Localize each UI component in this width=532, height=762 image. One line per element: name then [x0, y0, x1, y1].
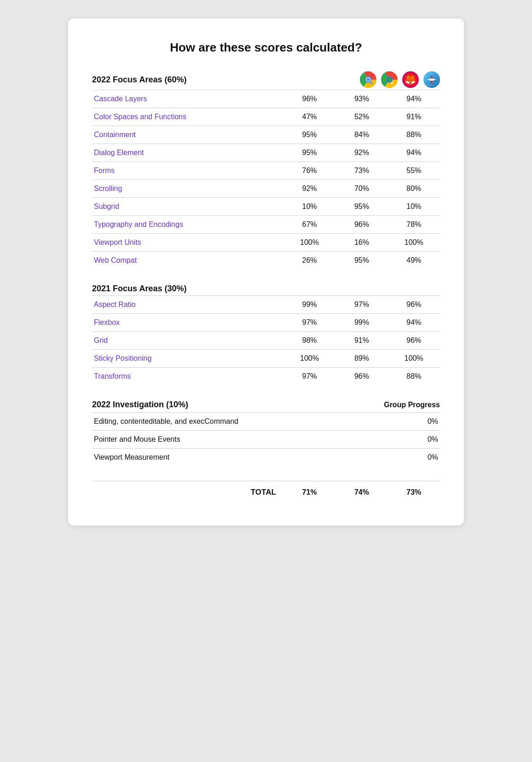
row-val-3: 94%: [388, 90, 440, 108]
row-val-1: 47%: [283, 108, 335, 126]
table-2022-investigation: Editing, contenteditable, and execComman…: [92, 412, 440, 466]
row-val-1: 97%: [283, 368, 335, 386]
row-val-2: 96%: [335, 216, 387, 234]
row-val: 0%: [335, 449, 440, 467]
row-val-3: 96%: [388, 332, 440, 350]
row-val: 0%: [335, 413, 440, 431]
table-row: Color Spaces and Functions 47% 52% 91%: [92, 108, 440, 126]
row-label[interactable]: Sticky Positioning: [92, 350, 283, 368]
chrome-dev-icon: D: [360, 71, 376, 88]
row-label[interactable]: Aspect Ratio: [92, 296, 283, 314]
table-row: Editing, contenteditable, and execComman…: [92, 413, 440, 431]
row-val-1: 100%: [283, 234, 335, 252]
row-val-3: 94%: [388, 314, 440, 332]
row-val-3: 91%: [388, 108, 440, 126]
svg-text:🦊: 🦊: [405, 74, 416, 85]
row-val-2: 91%: [335, 332, 387, 350]
row-label[interactable]: Typography and Encodings: [92, 216, 283, 234]
row-label[interactable]: Transforms: [92, 368, 283, 386]
table-row: Pointer and Mouse Events 0%: [92, 431, 440, 449]
svg-point-18: [431, 79, 433, 81]
row-val-2: 84%: [335, 126, 387, 144]
row-label[interactable]: Color Spaces and Functions: [92, 108, 283, 126]
row-val-1: 92%: [283, 180, 335, 198]
row-label[interactable]: Dialog Element: [92, 144, 283, 162]
row-val-1: 100%: [283, 350, 335, 368]
total-row: TOTAL 71% 74% 73%: [92, 481, 440, 504]
row-val: 0%: [335, 431, 440, 449]
row-val-2: 95%: [335, 252, 387, 270]
row-val-3: 88%: [388, 126, 440, 144]
section-2022-investigation: 2022 Investigation (10%) Group Progress …: [92, 400, 440, 466]
row-val-2: 95%: [335, 198, 387, 216]
row-val-1: 98%: [283, 332, 335, 350]
svg-point-3: [367, 78, 370, 81]
table-row: Sticky Positioning 100% 89% 100%: [92, 350, 440, 368]
row-label[interactable]: Forms: [92, 162, 283, 180]
section-2022-focus: 2022 Focus Areas (60%) D: [92, 71, 440, 269]
table-row: Viewport Measurement 0%: [92, 449, 440, 467]
section-2021-focus: 2021 Focus Areas (30%) Aspect Ratio 99% …: [92, 284, 440, 385]
table-row: Aspect Ratio 99% 97% 96%: [92, 296, 440, 314]
row-val-1: 67%: [283, 216, 335, 234]
table-row: Viewport Units 100% 16% 100%: [92, 234, 440, 252]
row-val-2: 70%: [335, 180, 387, 198]
row-val-2: 99%: [335, 314, 387, 332]
table-row: Typography and Encodings 67% 96% 78%: [92, 216, 440, 234]
total-label: TOTAL: [92, 481, 283, 504]
row-val-2: 97%: [335, 296, 387, 314]
row-val-1: 26%: [283, 252, 335, 270]
table-row: Dialog Element 95% 92% 94%: [92, 144, 440, 162]
row-val-3: 88%: [388, 368, 440, 386]
row-label[interactable]: Viewport Units: [92, 234, 283, 252]
row-val-3: 100%: [388, 350, 440, 368]
group-progress-label: Group Progress: [366, 401, 440, 409]
row-val-1: 95%: [283, 126, 335, 144]
section-2022inv-title: 2022 Investigation (10%): [92, 400, 188, 410]
row-label: Viewport Measurement: [92, 449, 335, 467]
svg-text:D: D: [370, 81, 373, 85]
row-val-3: 10%: [388, 198, 440, 216]
row-label[interactable]: Grid: [92, 332, 283, 350]
safari-icon: [423, 71, 440, 88]
row-val-2: 52%: [335, 108, 387, 126]
row-val-2: 89%: [335, 350, 387, 368]
table-row: Cascade Layers 96% 93% 94%: [92, 90, 440, 108]
row-val-2: 16%: [335, 234, 387, 252]
row-val-2: 93%: [335, 90, 387, 108]
table-2022-focus: Cascade Layers 96% 93% 94% Color Spaces …: [92, 90, 440, 269]
row-label[interactable]: Cascade Layers: [92, 90, 283, 108]
chrome-dev-icon-2: D: [381, 71, 398, 88]
row-val-1: 99%: [283, 296, 335, 314]
row-label: Pointer and Mouse Events: [92, 431, 335, 449]
row-label[interactable]: Subgrid: [92, 198, 283, 216]
table-row: Containment 95% 84% 88%: [92, 126, 440, 144]
row-val-3: 49%: [388, 252, 440, 270]
table-2021-focus: Aspect Ratio 99% 97% 96% Flexbox 97% 99%…: [92, 295, 440, 385]
row-val-3: 96%: [388, 296, 440, 314]
table-row: Web Compat 26% 95% 49%: [92, 252, 440, 270]
total-val-3: 73%: [388, 481, 440, 504]
section-2021-header: 2021 Focus Areas (30%): [92, 284, 440, 294]
row-label[interactable]: Web Compat: [92, 252, 283, 270]
table-row: Flexbox 97% 99% 94%: [92, 314, 440, 332]
total-table: TOTAL 71% 74% 73%: [92, 481, 440, 503]
row-label[interactable]: Containment: [92, 126, 283, 144]
table-row: Scrolling 92% 70% 80%: [92, 180, 440, 198]
row-val-2: 96%: [335, 368, 387, 386]
table-row: Grid 98% 91% 96%: [92, 332, 440, 350]
row-label[interactable]: Flexbox: [92, 314, 283, 332]
total-val-1: 71%: [283, 481, 335, 504]
row-val-1: 95%: [283, 144, 335, 162]
row-val-3: 100%: [388, 234, 440, 252]
row-val-3: 80%: [388, 180, 440, 198]
firefox-icon: 🦊: [402, 71, 419, 88]
row-val-2: 92%: [335, 144, 387, 162]
row-val-2: 73%: [335, 162, 387, 180]
svg-text:D: D: [391, 81, 393, 85]
row-val-1: 97%: [283, 314, 335, 332]
row-label[interactable]: Scrolling: [92, 180, 283, 198]
row-val-3: 55%: [388, 162, 440, 180]
total-val-2: 74%: [335, 481, 387, 504]
row-val-1: 76%: [283, 162, 335, 180]
